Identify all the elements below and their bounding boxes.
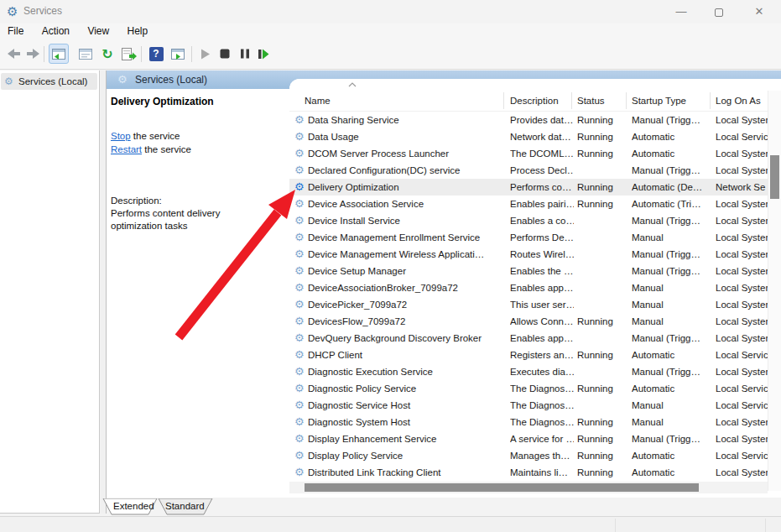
cell-status: Running [577,313,627,330]
table-row[interactable]: ⚙ Device Management Enrollment Service P… [289,229,768,246]
column-header-log-on-as[interactable]: Log On As [716,96,761,106]
cell-name: Declared Configuration(DC) service [308,162,508,179]
table-row[interactable]: ⚙ Distributed Link Tracking Client Maint… [289,464,768,481]
column-separator[interactable] [626,92,627,109]
table-row[interactable]: ⚙ Device Association Service Enables pai… [289,196,768,212]
cell-status: Running [577,430,627,447]
export-list-button[interactable] [119,44,139,64]
table-row[interactable]: ⚙ Display Policy Service Manages th… Run… [289,447,768,464]
service-gear-icon: ⚙ [294,212,308,229]
cell-log-on-as: Local Servic [716,397,768,414]
help-button[interactable]: ? [146,44,166,64]
cell-startup-type: Manual [632,313,712,330]
table-row[interactable]: ⚙ Data Usage Network dat… Running Automa… [289,128,768,145]
column-header-name[interactable]: Name [305,96,331,106]
table-row[interactable]: ⚙ Delivery Optimization Performs co… Run… [289,179,768,196]
table-row[interactable]: ⚙ Display Enhancement Service A service … [289,430,768,447]
table-row[interactable]: ⚙ Diagnostic Execution Service Executes … [289,363,768,380]
cell-description: Performs co… [510,179,574,196]
start-service-button[interactable] [195,44,216,64]
cell-description: Provides dat… [510,112,574,128]
table-row[interactable]: ⚙ DeviceAssociationBroker_7099a72 Enable… [289,279,768,296]
horizontal-scrollbar-thumb[interactable] [305,483,699,492]
cell-description: A service for … [510,430,574,447]
close-button[interactable]: ✕ [741,0,778,23]
cell-startup-type: Automatic [632,347,712,363]
horizontal-scrollbar[interactable] [289,482,768,493]
service-gear-icon: ⚙ [294,279,308,296]
properties-button[interactable] [75,44,96,64]
show-action-pane-button[interactable] [168,44,188,64]
table-row[interactable]: ⚙ DHCP Client Registers an… Running Auto… [289,347,768,363]
cell-log-on-as: Local Syster [716,162,768,179]
service-gear-icon: ⚙ [294,330,308,347]
menu-action[interactable]: Action [34,23,77,39]
show-action-pane-icon [171,49,185,60]
cell-name: Display Policy Service [308,447,508,464]
stop-service-button[interactable] [215,44,235,64]
table-row[interactable]: ⚙ Device Install Service Enables a co… M… [289,212,768,229]
window-title: Services [23,5,62,17]
cell-log-on-as: Local Syster [716,414,768,430]
sort-ascending-icon [348,82,357,87]
maximize-button[interactable] [700,0,737,23]
cell-name: Diagnostic Policy Service [308,380,508,397]
table-row[interactable]: ⚙ Diagnostic Service Host The Diagnos… M… [289,397,768,414]
service-gear-icon: ⚙ [294,145,308,162]
column-separator[interactable] [571,92,572,109]
menu-view[interactable]: View [80,23,117,39]
cell-name: DevQuery Background Discovery Broker [308,330,508,347]
column-header-startup-type[interactable]: Startup Type [632,96,686,106]
cell-description: Enables a co… [510,212,574,229]
column-header-description[interactable]: Description [510,96,559,106]
vertical-scrollbar-thumb[interactable] [770,155,779,199]
back-button[interactable] [3,44,23,64]
cell-description: Enables the … [510,263,574,279]
cell-log-on-as: Network Se [716,179,768,196]
stop-line-rest: the service [131,131,180,141]
cell-description: Enables pairi… [510,196,574,212]
table-row[interactable]: ⚙ Device Management Wireless Applicati… … [289,246,768,263]
cell-name: Data Usage [308,128,508,145]
menu-file[interactable]: File [0,23,31,39]
column-separator[interactable] [503,92,504,109]
service-gear-icon: ⚙ [294,112,308,128]
table-row[interactable]: ⚙ DCOM Server Process Launcher The DCOML… [289,145,768,162]
panel-splitter[interactable] [101,70,107,514]
show-console-tree-button[interactable] [49,44,69,64]
cell-log-on-as: Local Servic [716,128,768,145]
cell-description: Maintains li… [510,464,574,481]
menu-help[interactable]: Help [120,23,156,39]
restart-service-button[interactable] [253,44,273,64]
table-row[interactable]: ⚙ DevicePicker_7099a72 This user ser… Ma… [289,296,768,313]
forward-button[interactable] [23,44,43,64]
stop-service-link[interactable]: Stop [111,131,131,141]
selected-service-title: Delivery Optimization [111,96,284,107]
tab-extended[interactable]: Extended [113,501,154,511]
cell-name: Diagnostic Execution Service [308,363,508,380]
cell-startup-type: Automatic (Tri… [632,196,712,212]
column-separator[interactable] [710,92,711,109]
minimize-button[interactable]: — [663,0,700,23]
table-row[interactable]: ⚙ Diagnostic Policy Service The Diagnos…… [289,380,768,397]
tab-standard[interactable]: Standard [165,501,205,511]
pause-service-button[interactable] [235,44,255,64]
table-row[interactable]: ⚙ Declared Configuration(DC) service Pro… [289,162,768,179]
tree-item-services-local[interactable]: ⚙ Services (Local) [1,73,97,90]
table-row[interactable]: ⚙ Data Sharing Service Provides dat… Run… [289,112,768,128]
table-row[interactable]: ⚙ Diagnostic System Host The Diagnos… Ru… [289,414,768,430]
refresh-button[interactable]: ↻ [97,44,117,64]
column-header-status[interactable]: Status [577,96,605,106]
cell-log-on-as: Local Syster [716,363,768,380]
service-gear-icon: ⚙ [294,263,308,279]
service-rows: ⚙ Data Sharing Service Provides dat… Run… [289,112,768,481]
cell-name: Device Install Service [308,212,508,229]
table-row[interactable]: ⚙ Device Setup Manager Enables the … Man… [289,263,768,279]
cell-description: Process Decl… [510,162,574,179]
cell-name: Device Setup Manager [308,263,508,279]
vertical-scrollbar[interactable] [768,91,781,491]
restart-service-link[interactable]: Restart [111,144,142,154]
pane-header-title: Services (Local) [135,74,207,86]
table-row[interactable]: ⚙ DevicesFlow_7099a72 Allows Conn… Runni… [289,313,768,330]
table-row[interactable]: ⚙ DevQuery Background Discovery Broker E… [289,330,768,347]
